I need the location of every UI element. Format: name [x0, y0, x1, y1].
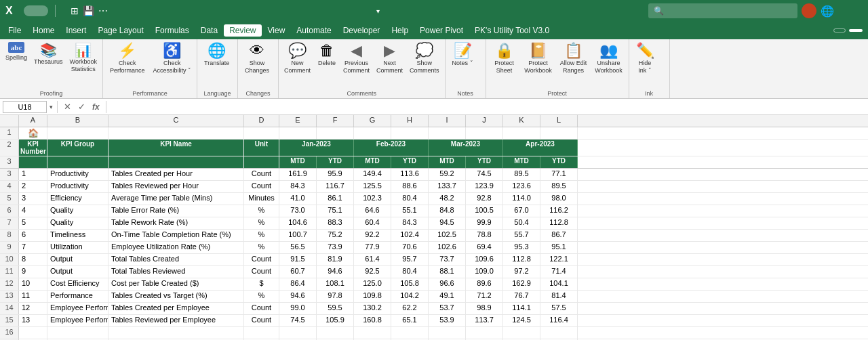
table-cell[interactable] — [391, 327, 429, 339]
table-cell[interactable]: 92.8 — [466, 193, 503, 205]
table-cell[interactable]: 48.2 — [429, 193, 466, 205]
table-cell[interactable]: 109.8 — [354, 291, 391, 302]
cell-3e-mtd[interactable]: MTD — [279, 156, 317, 168]
cancel-icon[interactable]: ✕ — [62, 102, 73, 112]
cell-1l[interactable] — [540, 127, 578, 139]
table-cell[interactable]: 86.1 — [317, 193, 354, 205]
table-cell[interactable]: Productivity — [47, 169, 108, 180]
cell-2b-kpi-group[interactable]: KPI Group — [47, 140, 108, 156]
table-cell[interactable]: 104.6 — [279, 217, 317, 229]
delete-comment-button[interactable]: 🗑 Delete — [315, 41, 339, 68]
table-cell[interactable]: 102.5 — [429, 230, 466, 241]
table-cell[interactable]: Output — [47, 266, 108, 278]
previous-comment-button[interactable]: ◀ PreviousComment — [340, 41, 372, 76]
table-cell[interactable]: 13 — [19, 315, 47, 326]
col-header-l[interactable]: L — [540, 115, 578, 127]
table-cell[interactable]: 70.6 — [391, 242, 429, 253]
table-cell[interactable]: 98.0 — [540, 193, 578, 205]
table-cell[interactable]: 105.8 — [391, 278, 429, 290]
menu-insert[interactable]: Insert — [60, 24, 92, 37]
table-cell[interactable]: Employee Performance — [47, 303, 108, 314]
table-cell[interactable]: 77.1 — [540, 169, 578, 180]
table-cell[interactable]: Table Rework Rate (%) — [108, 217, 244, 229]
table-cell[interactable]: 161.9 — [279, 169, 317, 180]
cell-1j[interactable] — [466, 127, 503, 139]
table-cell[interactable]: 102.4 — [391, 230, 429, 241]
menu-file[interactable]: File — [3, 24, 26, 37]
table-cell[interactable]: 61.4 — [354, 254, 391, 265]
table-cell[interactable]: 116.2 — [540, 205, 578, 217]
cell-1f[interactable] — [317, 127, 354, 139]
table-cell[interactable]: 84.8 — [429, 205, 466, 217]
check-performance-button[interactable]: ⚡ CheckPerformance — [106, 41, 149, 76]
menu-help[interactable]: Help — [386, 24, 414, 37]
notes-button[interactable]: 📝 Notes ˅ — [448, 41, 477, 68]
table-cell[interactable]: Quality — [47, 217, 108, 229]
table-cell[interactable]: Efficiency — [47, 193, 108, 205]
table-cell[interactable]: 104.1 — [540, 278, 578, 290]
table-cell[interactable]: 3 — [19, 193, 47, 205]
table-cell[interactable]: 113.6 — [391, 169, 429, 180]
table-cell[interactable]: Tables Created per Employee — [108, 303, 244, 314]
table-cell[interactable] — [466, 327, 503, 339]
table-cell[interactable]: Utilization — [47, 242, 108, 253]
cell-1i[interactable] — [429, 127, 466, 139]
allow-edit-ranges-button[interactable]: 📋 Allow EditRanges — [557, 41, 591, 76]
table-cell[interactable]: 109.0 — [466, 266, 503, 278]
thesaurus-button[interactable]: 📚 Thesaurus — [31, 41, 66, 66]
table-cell[interactable]: 108.1 — [317, 278, 354, 290]
table-cell[interactable]: Performance — [47, 291, 108, 302]
table-cell[interactable]: 100.7 — [279, 230, 317, 241]
table-cell[interactable]: 76.7 — [503, 291, 540, 302]
menu-developer[interactable]: Developer — [338, 24, 386, 37]
table-cell[interactable]: 84.3 — [279, 181, 317, 192]
protect-sheet-button[interactable]: 🔒 ProtectSheet — [489, 41, 520, 76]
menu-pk-utility[interactable]: PK's Utility Tool V3.0 — [469, 24, 555, 37]
protect-workbook-button[interactable]: 📔 ProtectWorkbook — [521, 41, 555, 76]
col-header-j[interactable]: J — [466, 115, 503, 127]
cell-1a[interactable]: 🏠 — [19, 127, 47, 139]
table-cell[interactable]: Count — [244, 169, 279, 180]
cell-1h[interactable] — [391, 127, 429, 139]
table-cell[interactable]: 95.7 — [391, 254, 429, 265]
cell-3h-ytd[interactable]: YTD — [391, 156, 429, 168]
table-cell[interactable]: 75.1 — [317, 205, 354, 217]
table-cell[interactable]: 113.7 — [466, 315, 503, 326]
table-cell[interactable]: 69.4 — [466, 242, 503, 253]
table-cell[interactable]: 94.5 — [429, 217, 466, 229]
cell-2kl-apr2023[interactable]: Apr-2023 — [503, 140, 578, 156]
table-cell[interactable]: 88.1 — [429, 266, 466, 278]
table-cell[interactable]: 116.7 — [317, 181, 354, 192]
table-cell[interactable]: 50.4 — [503, 217, 540, 229]
table-cell[interactable]: % — [244, 205, 279, 217]
table-cell[interactable]: 96.6 — [429, 278, 466, 290]
table-cell[interactable]: 86.7 — [540, 230, 578, 241]
table-cell[interactable]: 10 — [19, 278, 47, 290]
table-cell[interactable]: 71.2 — [466, 291, 503, 302]
table-cell[interactable]: 6 — [19, 230, 47, 241]
table-cell[interactable]: 98.9 — [466, 303, 503, 314]
table-cell[interactable]: % — [244, 242, 279, 253]
table-cell[interactable]: 59.5 — [317, 303, 354, 314]
table-cell[interactable]: Productivity — [47, 181, 108, 192]
table-cell[interactable]: 95.3 — [503, 242, 540, 253]
table-cell[interactable]: 112.8 — [503, 254, 540, 265]
cell-2gh-feb2023[interactable]: Feb-2023 — [354, 140, 429, 156]
table-cell[interactable]: 7 — [19, 242, 47, 253]
table-cell[interactable]: 86.4 — [279, 278, 317, 290]
table-cell[interactable]: 81.4 — [540, 291, 578, 302]
table-cell[interactable]: 88.3 — [317, 217, 354, 229]
table-cell[interactable]: 97.8 — [317, 291, 354, 302]
table-cell[interactable]: 116.4 — [540, 315, 578, 326]
table-cell[interactable]: 73.9 — [317, 242, 354, 253]
table-cell[interactable]: Count — [244, 181, 279, 192]
table-cell[interactable]: 73.0 — [279, 205, 317, 217]
table-cell[interactable]: 92.2 — [354, 230, 391, 241]
table-cell[interactable]: Quality — [47, 205, 108, 217]
table-cell[interactable]: Output — [47, 254, 108, 265]
table-cell[interactable]: 94.6 — [279, 291, 317, 302]
table-cell[interactable] — [503, 327, 540, 339]
table-cell[interactable]: Average Time per Table (Mins) — [108, 193, 244, 205]
menu-page-layout[interactable]: Page Layout — [92, 24, 149, 37]
table-cell[interactable]: 60.7 — [279, 266, 317, 278]
